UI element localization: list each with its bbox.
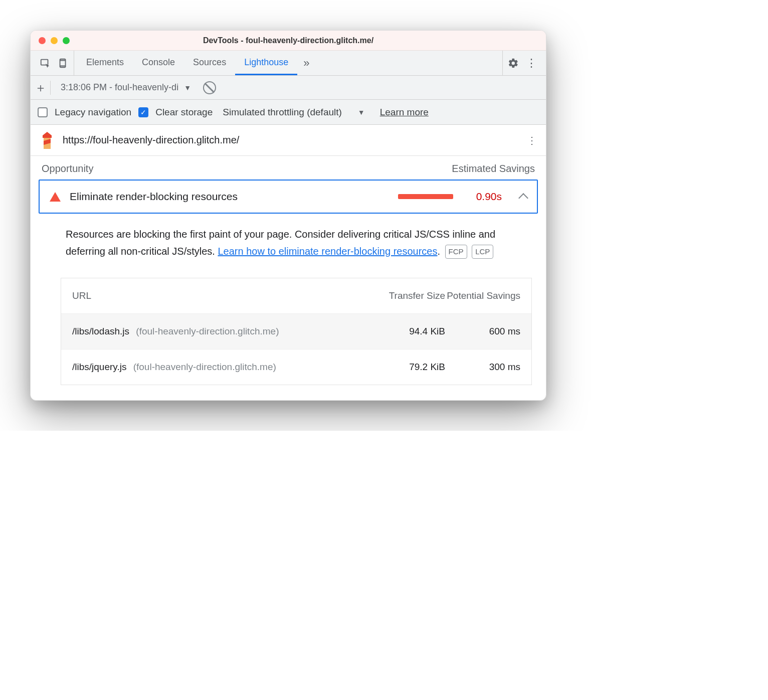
resource-size: 94.4 KiB	[375, 326, 445, 337]
lighthouse-toolbar: ＋ 3:18:06 PM - foul-heavenly-di ▼	[31, 76, 546, 100]
resource-savings: 600 ms	[445, 326, 520, 337]
audit-savings-value: 0.90s	[476, 191, 502, 203]
table-row: /libs/jquery.js (foul-heavenly-direction…	[61, 349, 531, 385]
resource-host: (foul-heavenly-direction.glitch.me)	[136, 326, 279, 336]
panel-tabstrip: Elements Console Sources Lighthouse » ⋮	[31, 51, 546, 76]
metric-tag-fcp: FCP	[445, 245, 467, 259]
legacy-navigation-label: Legacy navigation	[55, 107, 131, 118]
clear-storage-checkbox[interactable]: ✓	[138, 107, 148, 117]
metric-tag-lcp: LCP	[472, 245, 493, 259]
minimize-window-button[interactable]	[51, 37, 58, 44]
zoom-window-button[interactable]	[63, 37, 70, 44]
savings-col-label: Estimated Savings	[452, 163, 535, 174]
learn-more-link[interactable]: Learn more	[380, 107, 429, 118]
report-dropdown-label: 3:18:06 PM - foul-heavenly-di	[61, 82, 178, 93]
tab-elements[interactable]: Elements	[77, 51, 133, 75]
col-url: URL	[72, 290, 375, 301]
report-url: https://foul-heavenly-direction.glitch.m…	[63, 134, 239, 146]
collapse-chevron-icon[interactable]	[518, 193, 528, 203]
audit-description: Resources are blocking the first paint o…	[31, 214, 546, 265]
clear-storage-label: Clear storage	[155, 107, 213, 118]
resource-path[interactable]: /libs/jquery.js	[72, 362, 126, 372]
more-tabs-button[interactable]: »	[297, 51, 315, 75]
table-row: /libs/lodash.js (foul-heavenly-direction…	[61, 313, 531, 349]
col-transfer-size: Transfer Size	[375, 290, 445, 301]
kebab-menu-icon[interactable]: ⋮	[526, 58, 537, 69]
resource-host: (foul-heavenly-direction.glitch.me)	[133, 362, 276, 372]
report-url-bar: https://foul-heavenly-direction.glitch.m…	[31, 125, 546, 156]
opportunity-col-label: Opportunity	[42, 163, 93, 174]
window-title: DevTools - foul-heavenly-direction.glitc…	[31, 36, 546, 45]
inspect-element-icon[interactable]	[40, 58, 51, 69]
new-report-button[interactable]: ＋	[37, 81, 51, 95]
resource-savings: 300 ms	[445, 362, 520, 373]
audit-description-link[interactable]: Learn how to eliminate render-blocking r…	[218, 246, 437, 257]
devtools-window: DevTools - foul-heavenly-direction.glitc…	[30, 30, 546, 401]
resources-table: URL Transfer Size Potential Savings /lib…	[61, 278, 532, 385]
throttling-dropdown-icon[interactable]: ▼	[358, 108, 365, 116]
dropdown-caret-icon: ▼	[184, 84, 191, 92]
titlebar: DevTools - foul-heavenly-direction.glitc…	[31, 31, 546, 51]
col-potential-savings: Potential Savings	[445, 290, 520, 301]
panel-tabs: Elements Console Sources Lighthouse »	[77, 51, 502, 75]
svg-rect-0	[41, 59, 48, 65]
legacy-navigation-checkbox[interactable]	[38, 107, 48, 117]
audit-title: Eliminate render-blocking resources	[70, 191, 389, 203]
throttling-label: Simulated throttling (default)	[223, 107, 342, 118]
clear-report-icon[interactable]	[203, 81, 216, 94]
tab-sources[interactable]: Sources	[184, 51, 235, 75]
opportunities-header: Opportunity Estimated Savings	[31, 156, 546, 180]
tab-console[interactable]: Console	[133, 51, 184, 75]
resource-size: 79.2 KiB	[375, 362, 445, 373]
report-menu-button[interactable]: ⋮	[527, 139, 537, 142]
settings-gear-icon[interactable]	[508, 58, 519, 69]
resource-path[interactable]: /libs/lodash.js	[72, 326, 129, 336]
tab-lighthouse[interactable]: Lighthouse	[235, 51, 297, 75]
traffic-lights	[31, 37, 70, 44]
savings-bar	[398, 194, 453, 199]
device-toolbar-icon[interactable]	[58, 58, 69, 69]
lighthouse-options: Legacy navigation ✓ Clear storage Simula…	[31, 100, 546, 125]
fail-triangle-icon	[50, 192, 61, 202]
audit-render-blocking[interactable]: Eliminate render-blocking resources 0.90…	[39, 180, 538, 214]
lighthouse-logo-icon	[40, 132, 55, 149]
svg-marker-4	[43, 132, 52, 138]
close-window-button[interactable]	[39, 37, 46, 44]
report-dropdown[interactable]: 3:18:06 PM - foul-heavenly-di ▼	[56, 80, 196, 96]
table-header-row: URL Transfer Size Potential Savings	[61, 278, 531, 313]
